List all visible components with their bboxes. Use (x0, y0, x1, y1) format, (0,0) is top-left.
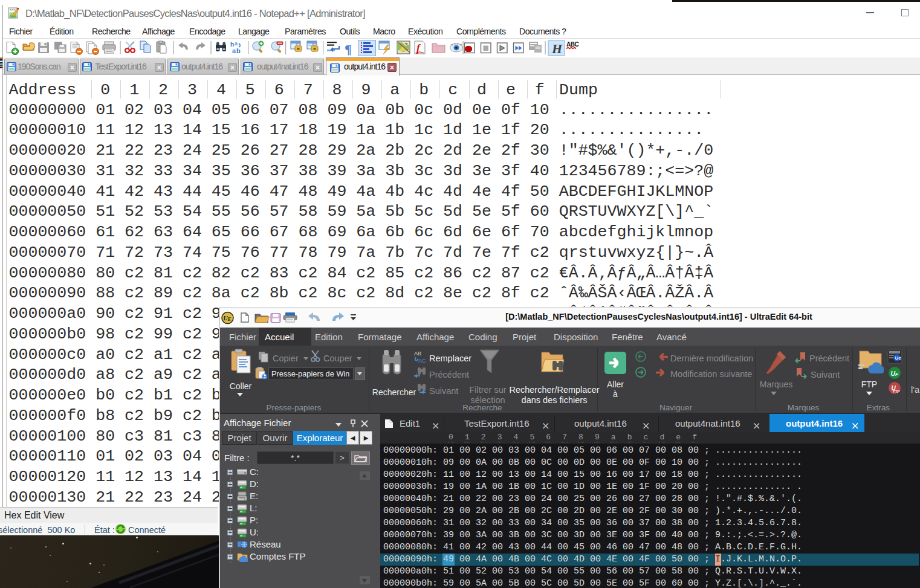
svg-text:FTP: FTP (893, 390, 900, 393)
svg-text:a: a (232, 47, 236, 54)
svg-text:ABC: ABC (566, 41, 578, 48)
svg-text:AB: AB (414, 351, 421, 357)
svg-text:¶: ¶ (345, 42, 352, 57)
svg-text:H: H (551, 41, 563, 56)
svg-text:AC: AC (418, 358, 426, 363)
svg-text:a: a (235, 40, 238, 47)
svg-text:Uc: Uc (895, 355, 902, 361)
svg-text:b: b (236, 47, 241, 54)
